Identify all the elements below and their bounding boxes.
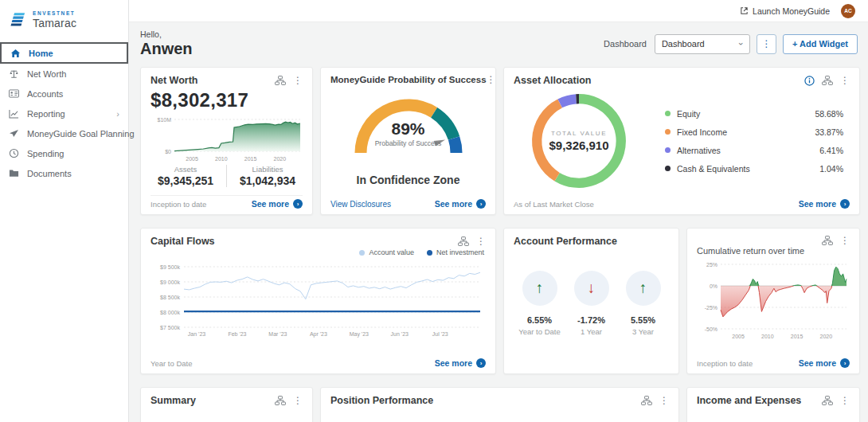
widget-title: Position Performance	[330, 395, 433, 406]
arrow-circle-icon: ›	[476, 199, 486, 209]
clock-icon	[9, 148, 19, 158]
see-more-link[interactable]: See more ›	[435, 199, 486, 209]
sidebar-nav: Home Net Worth Accounts Reporting › Mone…	[0, 42, 128, 183]
kebab-menu-icon[interactable]: ⋮	[659, 396, 669, 405]
dashboard-select[interactable]: Dashboard ›	[655, 34, 750, 54]
widget-title: Income and Expenses	[697, 395, 801, 406]
total-value-label: TOTAL VALUE	[551, 130, 607, 137]
svg-text:Jul '23: Jul '23	[432, 331, 448, 337]
svg-text:-25%: -25%	[705, 305, 717, 311]
asset-allocation-donut: TOTAL VALUE $9,326,910	[526, 88, 631, 193]
widget-cumulative-return: ⋮ Cumulative return over time	[686, 228, 860, 374]
sitemap-icon[interactable]	[822, 76, 833, 85]
sidebar-item-spending[interactable]: Spending	[0, 143, 128, 163]
sitemap-icon[interactable]	[458, 236, 469, 246]
svg-text:$9 500k: $9 500k	[160, 264, 180, 270]
widget-title: Account Performance	[514, 236, 617, 247]
svg-text:2005: 2005	[186, 156, 198, 162]
assets-label: Assets	[158, 165, 213, 174]
sidebar-item-accounts[interactable]: Accounts	[0, 84, 128, 104]
gauge-value: 89%	[341, 119, 476, 139]
paper-plane-icon	[9, 129, 19, 138]
widget-income-and-expenses: Income and Expenses ⋮	[686, 387, 860, 422]
arrow-circle-icon: ›	[293, 199, 303, 209]
folder-icon	[9, 169, 19, 178]
main-area: Launch MoneyGuide AC Hello, Anwen Dashbo…	[129, 0, 868, 422]
widget-title: Asset Allocation	[514, 75, 591, 86]
gauge-label: Probability of Success	[341, 139, 476, 147]
sidebar-item-moneyguide-goal-planning[interactable]: MoneyGuide Goal Planning	[0, 123, 128, 143]
asset-allocation-legend: Equity58.68% Fixed Income33.87% Alternat…	[631, 104, 850, 178]
sidebar-item-reporting[interactable]: Reporting ›	[0, 104, 128, 123]
widget-title: Net Worth	[151, 75, 198, 86]
arrow-circle-icon: ›	[840, 199, 850, 209]
sidebar-item-net-worth[interactable]: Net Worth	[0, 64, 128, 84]
svg-text:Feb '23: Feb '23	[228, 331, 246, 337]
topbar: Launch MoneyGuide AC	[129, 0, 868, 22]
widget-net-worth: Net Worth ⋮ $8,302,317 $10M$020052010201…	[140, 67, 313, 215]
sitemap-icon[interactable]	[275, 76, 286, 85]
svg-text:Apr '23: Apr '23	[310, 331, 327, 338]
avatar[interactable]: AC	[841, 4, 855, 18]
envestnet-logo-icon	[8, 10, 27, 29]
brand-tamarac: Tamarac	[33, 17, 76, 29]
home-icon	[10, 49, 21, 58]
confidence-zone-status: In Confidence Zone	[330, 174, 486, 186]
sidebar-item-label: Documents	[27, 169, 72, 178]
greeting-row: Hello, Anwen Dashboard Dashboard › ⋮ + A…	[140, 29, 858, 58]
id-card-icon	[9, 89, 19, 98]
sitemap-icon[interactable]	[822, 396, 833, 405]
widget-position-performance: Position Performance ⋮	[320, 387, 679, 422]
sidebar-item-home[interactable]: Home	[0, 42, 128, 64]
divider	[226, 165, 227, 187]
svg-text:$7 500k: $7 500k	[160, 325, 180, 330]
kebab-menu-icon[interactable]: ⋮	[840, 236, 850, 245]
kebab-menu-icon[interactable]: ⋮	[840, 76, 850, 85]
sitemap-icon[interactable]	[641, 396, 652, 405]
info-icon[interactable]	[804, 76, 815, 86]
sitemap-icon[interactable]	[822, 236, 833, 245]
svg-text:Jan '23: Jan '23	[188, 331, 205, 337]
probability-gauge: 89% Probability of Success	[341, 86, 476, 170]
sidebar-item-label: Reporting	[27, 109, 65, 119]
brand-logo[interactable]: ENVESTNET Tamarac	[0, 0, 128, 42]
scales-icon	[9, 69, 19, 79]
widget-title: Summary	[151, 395, 196, 406]
stat-1-year: ↓ -1.72% 1 Year	[568, 271, 616, 336]
sidebar-item-documents[interactable]: Documents	[0, 163, 128, 183]
chevron-right-icon: ›	[116, 109, 119, 119]
sidebar-item-label: MoneyGuide Goal Planning	[27, 129, 135, 139]
kebab-menu-icon[interactable]: ⋮	[487, 75, 496, 84]
widget-account-performance: Account Performance ↑ 6.55% Year to Date…	[503, 228, 679, 374]
kebab-menu-icon[interactable]: ⋮	[840, 396, 850, 405]
add-widget-button[interactable]: + Add Widget	[783, 34, 858, 54]
arrow-up-icon: ↑	[522, 271, 557, 306]
svg-text:Mar '23: Mar '23	[268, 331, 287, 337]
kebab-menu-icon[interactable]: ⋮	[476, 236, 486, 246]
assets-value: $9,345,251	[158, 174, 213, 187]
widget-moneyguide-probability: MoneyGuide Probability of Success ⋮ 89% …	[320, 67, 496, 215]
chevron-down-icon: ›	[737, 42, 746, 45]
dashboard-select-value: Dashboard	[662, 39, 705, 49]
see-more-link[interactable]: See more ›	[252, 199, 303, 209]
see-more-link[interactable]: See more ›	[799, 199, 850, 209]
dashboard-content: Hello, Anwen Dashboard Dashboard › ⋮ + A…	[129, 22, 868, 422]
see-more-link[interactable]: See more ›	[799, 358, 850, 368]
svg-text:$8 500k: $8 500k	[160, 295, 180, 300]
widget-capital-flows: Capital Flows ⋮ Account value Net invest…	[140, 228, 496, 374]
legend-item: Account value	[359, 248, 414, 256]
launch-moneyguide-link[interactable]: Launch MoneyGuide	[740, 6, 830, 16]
svg-text:2010: 2010	[215, 156, 228, 162]
liabilities-value: $1,042,934	[240, 174, 295, 187]
dashboard-menu-button[interactable]: ⋮	[757, 34, 776, 54]
sitemap-icon[interactable]	[275, 396, 286, 405]
widget-asset-allocation: Asset Allocation ⋮ TOTAL VALUE $9	[503, 67, 860, 215]
see-more-link[interactable]: See more ›	[435, 358, 486, 368]
capital-flows-legend: Account value Net investment	[151, 248, 484, 256]
footer-note: Year to Date	[151, 359, 192, 368]
svg-text:2005: 2005	[732, 334, 745, 339]
view-disclosures-link[interactable]: View Disclosures	[330, 200, 391, 209]
svg-text:-50%: -50%	[705, 326, 717, 332]
kebab-menu-icon[interactable]: ⋮	[293, 396, 303, 405]
kebab-menu-icon[interactable]: ⋮	[293, 76, 303, 85]
